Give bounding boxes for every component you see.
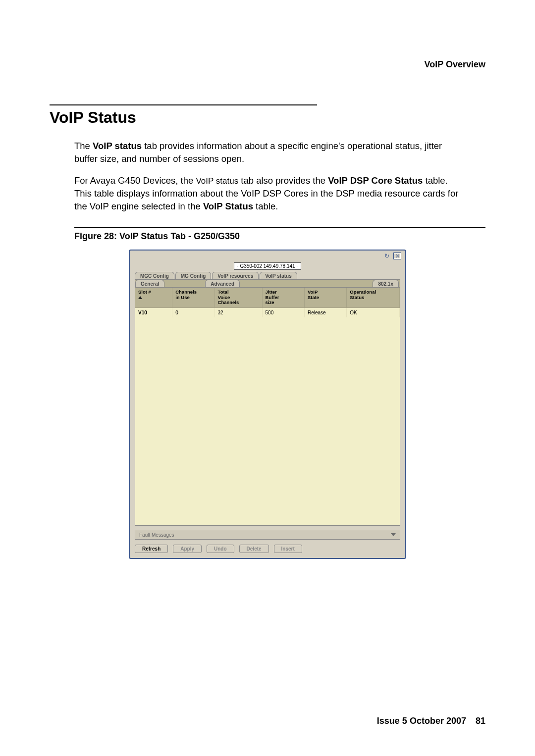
tab-advanced[interactable]: Advanced (205, 280, 240, 287)
tab-voip-resources[interactable]: VoIP resources (212, 272, 259, 279)
paragraph-1: The VoIP status tab provides information… (74, 140, 461, 165)
col-tvc-l1: Total (218, 289, 229, 295)
cell-jitter: 500 (262, 307, 304, 317)
col-vs-l1: VoIP (308, 289, 318, 295)
footer-issue: Issue 5 October 2007 (377, 716, 466, 726)
refresh-icon[interactable]: ↻ (383, 252, 390, 259)
section-title: VoIP Status (50, 108, 485, 127)
col-os-l1: Operational (350, 289, 376, 295)
refresh-button[interactable]: Refresh (135, 545, 168, 553)
tab-8021x[interactable]: 802.1x (373, 280, 399, 287)
upper-tab-row: MGC Config MG Config VoIP resources VoIP… (130, 272, 405, 279)
p2-small: VoIP status (196, 176, 238, 186)
fault-messages-label: Fault Messages (139, 532, 174, 538)
figure-caption: Figure 28: VoIP Status Tab - G250/G350 (74, 231, 485, 242)
footer-page-number: 81 (476, 716, 485, 726)
col-slot[interactable]: Slot # (135, 288, 172, 307)
status-table-area: Slot # Channels in Use Total Voice Chann… (135, 287, 400, 526)
col-jbs-l3: size (266, 300, 274, 305)
col-ciu-l2: in Use (175, 295, 190, 300)
voip-status-table: Slot # Channels in Use Total Voice Chann… (135, 288, 400, 317)
window-titlebar: ↻ ✕ (130, 251, 405, 261)
col-tvc-l3: Channels (218, 300, 239, 305)
delete-button[interactable]: Delete (239, 545, 269, 553)
voip-status-screenshot: ↻ ✕ · G350-002 149.49.78.141 · MGC Confi… (129, 250, 406, 559)
col-jbs-l1: Jitter (266, 289, 277, 295)
p1-bold: VoIP status (93, 141, 142, 151)
col-slot-label: Slot # (138, 289, 151, 295)
cell-channels-in-use: 0 (172, 307, 214, 317)
device-address: · G350-002 149.49.78.141 · (234, 262, 301, 270)
col-os-l2: Status (350, 295, 364, 300)
cell-slot: V10 (135, 307, 172, 317)
col-voip-state[interactable]: VoIP State (304, 288, 346, 307)
table-empty-area (135, 317, 400, 526)
close-icon[interactable]: ✕ (393, 252, 401, 259)
tab-mgc-config[interactable]: MGC Config (135, 272, 174, 279)
col-operational-status[interactable]: Operational Status (347, 288, 400, 307)
cell-voip-state: Release (304, 307, 346, 317)
p2-bold-2: VoIP Status (203, 201, 253, 211)
fault-messages-bar[interactable]: Fault Messages (135, 530, 400, 540)
running-header: VoIP Overview (50, 59, 485, 70)
p1-text-a: The (74, 141, 93, 151)
button-row: Refresh Apply Undo Delete Insert (135, 545, 400, 553)
lower-tab-row: General Advanced 802.1x (135, 279, 400, 287)
cell-op-status: OK (347, 307, 400, 317)
section-title-rule (50, 104, 317, 105)
address-row: · G350-002 149.49.78.141 · (130, 261, 405, 272)
cell-total-voice-channels: 32 (214, 307, 262, 317)
paragraph-2: For Avaya G450 Devices, the VoIP status … (74, 174, 461, 213)
col-ciu-l1: Channels (175, 289, 197, 295)
chevron-down-icon (391, 533, 396, 536)
col-vs-l2: State (308, 295, 319, 300)
tab-voip-status[interactable]: VoIP status (260, 272, 297, 279)
p2-text-g: table. (253, 201, 278, 211)
table-row[interactable]: V10 0 32 500 Release OK (135, 307, 400, 317)
col-channels-in-use[interactable]: Channels in Use (172, 288, 214, 307)
undo-button[interactable]: Undo (207, 545, 234, 553)
tab-mg-config[interactable]: MG Config (175, 272, 212, 279)
tab-general[interactable]: General (135, 280, 164, 287)
p2-text-c: tab also provides the (238, 175, 328, 186)
col-total-voice-channels[interactable]: Total Voice Channels (214, 288, 262, 307)
page-footer: Issue 5 October 2007 81 (377, 716, 485, 726)
insert-button[interactable]: Insert (274, 545, 302, 553)
figure-rule (74, 227, 485, 228)
p2-text-a: For Avaya G450 Devices, the (74, 175, 196, 186)
sort-asc-icon (138, 296, 142, 299)
p2-bold-1: VoIP DSP Core Status (328, 175, 423, 186)
col-jitter-buffer-size[interactable]: Jitter Buffer size (262, 288, 304, 307)
col-tvc-l2: Voice (218, 295, 230, 300)
col-jbs-l2: Buffer (266, 295, 279, 300)
apply-button[interactable]: Apply (173, 545, 202, 553)
